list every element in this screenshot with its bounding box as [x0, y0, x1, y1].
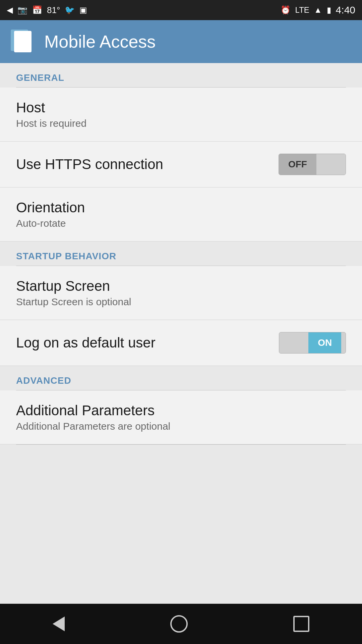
signal-icon: ▲ — [314, 5, 322, 15]
status-bar: ◀ 📷 📅 81° 🐦 ▣ ⏰ LTE ▲ ▮ 4:40 — [0, 0, 362, 20]
https-title: Use HTTPS connection — [16, 156, 163, 172]
notification-icon: ◀ — [7, 5, 13, 15]
twitter-icon: 🐦 — [65, 5, 75, 15]
section-header-general: GENERAL — [0, 63, 362, 87]
alarm-icon: ⏰ — [281, 5, 291, 15]
setting-https[interactable]: Use HTTPS connection OFF — [0, 142, 362, 187]
status-bar-right: ⏰ LTE ▲ ▮ 4:40 — [281, 4, 355, 16]
home-button[interactable] — [170, 615, 188, 633]
default-user-title: Log on as default user — [16, 335, 156, 351]
host-title: Host — [16, 100, 86, 116]
section-header-startup: STARTUP BEHAVIOR — [0, 241, 362, 266]
calendar-icon: 📅 — [32, 5, 42, 15]
setting-additional-params[interactable]: Additional Parameters Additional Paramet… — [0, 390, 362, 444]
section-header-advanced: ADVANCED — [0, 366, 362, 390]
status-bar-left: ◀ 📷 📅 81° 🐦 ▣ — [7, 5, 87, 15]
divider-bottom — [16, 444, 346, 445]
startup-screen-subtitle: Startup Screen is optional — [16, 296, 131, 308]
temperature-display: 81° — [47, 5, 60, 15]
recent-button[interactable] — [293, 616, 309, 632]
setting-orientation[interactable]: Orientation Auto-rotate — [0, 187, 362, 241]
back-button[interactable] — [53, 616, 65, 631]
orientation-subtitle: Auto-rotate — [16, 218, 85, 229]
battery-icon: ▮ — [327, 5, 331, 15]
https-toggle[interactable]: OFF — [279, 154, 346, 175]
toggle-off-side — [279, 332, 308, 353]
startup-screen-title: Startup Screen — [16, 278, 131, 294]
setting-startup-screen[interactable]: Startup Screen Startup Screen is optiona… — [0, 266, 362, 320]
additional-params-title: Additional Parameters — [16, 402, 170, 419]
host-subtitle: Host is required — [16, 118, 86, 129]
time-display: 4:40 — [336, 4, 355, 16]
settings-content: GENERAL Host Host is required Use HTTPS … — [0, 63, 362, 604]
orientation-title: Orientation — [16, 200, 85, 216]
additional-params-subtitle: Additional Parameters are optional — [16, 421, 170, 432]
image-icon: 📷 — [17, 5, 27, 15]
setting-default-user[interactable]: Log on as default user ON — [0, 320, 362, 366]
app-title: Mobile Access — [44, 32, 156, 52]
nav-bar — [0, 604, 362, 644]
app-icon — [11, 30, 35, 54]
foxnews-icon: ▣ — [79, 5, 87, 15]
setting-host[interactable]: Host Host is required — [0, 88, 362, 142]
network-label: LTE — [295, 5, 309, 15]
default-user-toggle[interactable]: ON — [279, 332, 346, 354]
toggle-on-label-user: ON — [308, 332, 341, 353]
app-bar: Mobile Access — [0, 20, 362, 63]
toggle-off-label: OFF — [279, 154, 316, 175]
toggle-on-label — [316, 154, 346, 175]
